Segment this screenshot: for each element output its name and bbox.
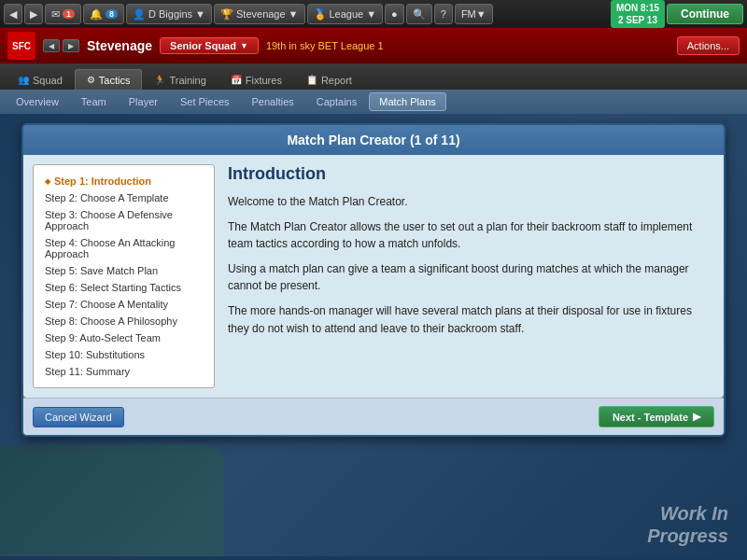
manager-button[interactable]: 👤 D Biggins ▼	[126, 4, 212, 24]
club-crest: SFC	[7, 32, 35, 60]
page-tabs: Overview Team Player Set Pieces Penaltie…	[0, 90, 747, 114]
actions-button[interactable]: Actions...	[677, 36, 740, 55]
main-content-area: Match Plan Creator (1 of 11) ◆ Step 1: I…	[0, 114, 747, 556]
match-plan-creator-dialog: Match Plan Creator (1 of 11) ◆ Step 1: I…	[21, 123, 726, 437]
page-tab-set-pieces[interactable]: Set Pieces	[170, 92, 240, 111]
prev-club-button[interactable]: ◀	[43, 39, 60, 52]
dialog-body: ◆ Step 1: Introduction Step 2: Choose A …	[23, 155, 724, 398]
notification-button[interactable]: 🔔 8	[83, 4, 124, 24]
forward-button[interactable]: ▶	[24, 4, 43, 24]
club-nav-button[interactable]: 🏆 Stevenage ▼	[214, 4, 305, 24]
club-name: Stevenage	[87, 38, 152, 53]
steps-panel: ◆ Step 1: Introduction Step 2: Choose A …	[33, 164, 215, 388]
fm-menu-button[interactable]: FM▼	[455, 4, 493, 24]
tab-report[interactable]: 📋 Report	[294, 69, 364, 90]
step-10-substitutions[interactable]: Step 10: Substitutions	[41, 346, 206, 363]
next-template-button[interactable]: Next - Template ▶	[599, 406, 714, 427]
page-tab-match-plans[interactable]: Match Plans	[369, 92, 446, 111]
tab-tactics[interactable]: ⚙ Tactics	[75, 69, 143, 90]
page-tab-team[interactable]: Team	[71, 92, 117, 111]
dialog-header: Match Plan Creator (1 of 11)	[23, 125, 724, 155]
top-navigation: ◀ ▶ ✉ 1 🔔 8 👤 D Biggins ▼ 🏆 Stevenage ▼ …	[0, 0, 747, 28]
club-controls: ◀ ▶	[43, 39, 79, 52]
intro-paragraph-4: The more hands-on manager will have seve…	[228, 302, 701, 337]
step-5-save[interactable]: Step 5: Save Match Plan	[41, 262, 206, 279]
content-title: Introduction	[228, 164, 701, 184]
step-11-summary[interactable]: Step 11: Summary	[41, 363, 206, 380]
globe-button[interactable]: ●	[385, 4, 404, 24]
continue-button[interactable]: Continue	[667, 4, 743, 24]
page-tab-overview[interactable]: Overview	[6, 92, 69, 111]
step-7-mentality[interactable]: Step 7: Choose A Mentality	[41, 296, 206, 313]
report-icon: 📋	[306, 75, 317, 85]
next-arrow-icon: ▶	[693, 411, 700, 423]
intro-paragraph-3: Using a match plan can give a team a sig…	[228, 260, 701, 295]
step-3-defensive[interactable]: Step 3: Choose A Defensive Approach	[41, 206, 206, 234]
tab-fixtures[interactable]: 📅 Fixtures	[218, 69, 294, 90]
club-header: SFC ◀ ▶ Stevenage Senior Squad ▼ 19th in…	[0, 28, 747, 63]
help-button[interactable]: ?	[434, 4, 453, 24]
mail-button[interactable]: ✉ 1	[45, 4, 81, 24]
page-tab-captains[interactable]: Captains	[306, 92, 367, 111]
league-nav-button[interactable]: 🏅 League ▼	[307, 4, 384, 24]
step-8-philosophy[interactable]: Step 8: Choose A Philosophy	[41, 313, 206, 329]
back-button[interactable]: ◀	[4, 4, 22, 24]
search-button[interactable]: 🔍	[406, 4, 432, 24]
training-icon: 🏃	[154, 75, 165, 85]
step-bullet: ◆	[45, 177, 50, 186]
sub-navigation: 👥 Squad ⚙ Tactics 🏃 Training 📅 Fixtures …	[0, 63, 747, 90]
tab-training[interactable]: 🏃 Training	[142, 69, 218, 90]
dialog-title: Match Plan Creator (1 of 11)	[287, 133, 459, 147]
content-panel: Introduction Welcome to the Match Plan C…	[215, 164, 714, 388]
page-tab-player[interactable]: Player	[119, 92, 168, 111]
mail-badge: 1	[63, 9, 75, 19]
intro-paragraph-2: The Match Plan Creator allows the user t…	[228, 218, 701, 253]
fixtures-icon: 📅	[231, 75, 242, 85]
tactics-icon: ⚙	[87, 75, 95, 85]
dialog-footer: Cancel Wizard Next - Template ▶	[23, 398, 724, 435]
next-club-button[interactable]: ▶	[63, 39, 79, 52]
squad-selector[interactable]: Senior Squad ▼	[160, 37, 259, 54]
squad-icon: 👥	[18, 75, 29, 85]
notification-badge: 8	[106, 9, 118, 19]
league-position: 19th in sky BET League 1	[266, 40, 384, 51]
step-2-template[interactable]: Step 2: Choose A Template	[41, 189, 206, 206]
background-tactics	[0, 444, 224, 556]
game-time: MON 8:15 2 SEP 13	[611, 0, 665, 28]
step-6-tactics[interactable]: Step 6: Select Starting Tactics	[41, 279, 206, 296]
intro-paragraph-1: Welcome to the Match Plan Creator.	[228, 193, 701, 211]
page-tab-penalties[interactable]: Penalties	[242, 92, 304, 111]
tab-squad[interactable]: 👥 Squad	[6, 69, 75, 90]
step-1-introduction[interactable]: ◆ Step 1: Introduction	[41, 173, 206, 189]
watermark: Work In Progress	[647, 502, 728, 547]
step-9-auto-select[interactable]: Step 9: Auto-Select Team	[41, 329, 206, 346]
cancel-wizard-button[interactable]: Cancel Wizard	[33, 407, 124, 427]
step-4-attacking[interactable]: Step 4: Choose An Attacking Approach	[41, 234, 206, 262]
